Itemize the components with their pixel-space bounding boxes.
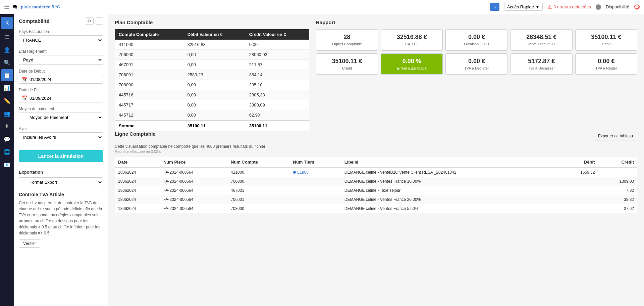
ligne-query-time: Requête effectuée en 0.02 s — [115, 149, 637, 154]
hamburger-icon[interactable]: ☰ — [4, 3, 9, 11]
debit-cell: 1559.32 — [559, 168, 598, 177]
sidebar-item-edit[interactable]: ✏️ — [1, 95, 13, 107]
settings-button[interactable]: ⚙ — [85, 17, 94, 25]
debit-cell — [559, 204, 598, 213]
plan-comptable-header-row: Compte Comptable Débit Valeur en € Crédi… — [115, 29, 309, 40]
sidebar-item-search[interactable]: 🔍 — [1, 56, 13, 69]
debit-value: 0,00 — [183, 80, 245, 90]
main-content: Plan Comptable Compte Comptable Débit Va… — [108, 14, 644, 306]
date-cell: 18062024 — [115, 186, 160, 195]
ligne-comptable-thead: Date Num Piece Num Compte Num Tiers Libe… — [115, 157, 637, 168]
export-tableau-button[interactable]: Exporter ce tableau — [594, 132, 637, 140]
etat-reglement-select[interactable]: Payé — [19, 55, 103, 65]
ligne-comptable-header: Ligne Comptable Exporter ce tableau — [115, 131, 637, 141]
rapport-card-label: Vente Produit HT — [514, 42, 570, 46]
sidebar-item-menu[interactable]: ☰ — [1, 31, 13, 43]
compte-value: 708000 — [115, 80, 183, 90]
col-num-compte: Num Compte — [227, 157, 290, 168]
minimize-button[interactable]: − — [96, 17, 103, 25]
date-cell: 18062024 — [115, 177, 160, 186]
credit-value: 211,57 — [245, 60, 309, 70]
plan-comptable-tbody: 411000 32516,88 0,00 706000 0,00 28060,9… — [115, 40, 309, 120]
verifier-button[interactable]: Vérifier — [19, 239, 40, 248]
logo-icon[interactable]: K — [1, 17, 13, 29]
rapport-card-label: Lignes Comptable — [319, 42, 375, 46]
ligne-comptable-tbody: 18062024 FA-2024-000564 411000 CL868 DEM… — [115, 168, 637, 213]
credit-value: 295,10 — [245, 80, 309, 90]
sidebar-item-globe[interactable]: 🌐 — [1, 146, 13, 158]
credit-value: 364,14 — [245, 70, 309, 80]
tiers-link[interactable]: CL868 — [297, 170, 309, 175]
rapport-card-label: Crédit — [319, 66, 375, 70]
col-debit: Débit — [559, 157, 598, 168]
exportation-section: Exportation == Format Export == — [19, 170, 103, 187]
sidebar-item-team[interactable]: 👥 — [1, 107, 13, 120]
sidebar-item-clipboard[interactable]: 📋 — [1, 69, 13, 81]
ligne-header-row: Date Num Piece Num Compte Num Tiers Libe… — [115, 157, 637, 168]
warning-icon: ⚠ — [547, 4, 552, 10]
col-num-tiers: Num Tiers — [290, 157, 341, 168]
compte-value: 445716 — [115, 90, 183, 100]
rapport-card-label: CA TTC — [384, 42, 440, 46]
home-button[interactable]: ⌂ — [490, 3, 499, 11]
debit-cell — [559, 186, 598, 195]
rapport-card: 32516.88 € CA TTC — [381, 29, 443, 51]
topbar: ☰ 🌧 pluie modérée 5 °C ⌂ Accès Rapide ▼ … — [0, 0, 644, 14]
compte-value: 706000 — [115, 50, 183, 60]
debit-value: 2583,23 — [183, 70, 245, 80]
compte-value: 445712 — [115, 110, 183, 121]
date-cell: 18062024 — [115, 195, 160, 204]
avoir-select[interactable]: Inclure les Avoirs — [19, 132, 103, 142]
debit-value: 0,00 — [183, 50, 245, 60]
table-row: 18062024 FA-2024-000564 411000 CL868 DEM… — [115, 168, 637, 177]
table-row: 18062024 FA-2024-000564 706000 DEMANGE c… — [115, 177, 637, 186]
sidebar-item-message[interactable]: 💬 — [1, 133, 13, 145]
date-fin-input[interactable] — [30, 96, 100, 101]
icon-bar: K ☰ 👤 🔍 📋 📊 ✏️ 👥 € 💬 🌐 📧 — [0, 14, 14, 306]
somme-credit: 35100.11 — [245, 120, 309, 131]
rapport-card: 5172.87 € Tva à Décaisser — [511, 53, 573, 75]
sidebar-item-chart[interactable]: 📊 — [1, 82, 13, 94]
lancer-simulation-button[interactable]: Lancer la simulation — [19, 150, 103, 162]
libelle-cell: DEMANGE celine - Taxe sejour — [341, 186, 559, 195]
debit-value: 0,00 — [183, 100, 245, 110]
sidebar-header: Comptabilité ⚙ − — [19, 17, 103, 25]
plan-comptable-tfoot: Somme 35100.11 35100.11 — [115, 120, 309, 131]
rapport-card-value: 0.00 € — [448, 58, 504, 65]
pays-facturation-select[interactable]: FRANCE — [19, 35, 103, 45]
moyen-paiement-label: Moyen de paiement — [19, 106, 103, 111]
disponibilite-button[interactable]: Disponibilité — [606, 4, 629, 9]
rapport-grid-row1: 28 Lignes Comptable 32516.88 € CA TTC 0.… — [316, 29, 637, 51]
table-row: 18062024 FA-2024-000564 708000 DEMANGE c… — [115, 204, 637, 213]
controle-tva-section: Controle TVA Article Cet outil vous perm… — [19, 192, 103, 248]
plan-comptable-title: Plan Comptable — [115, 19, 309, 25]
rapport-card: 26348.51 € Vente Produit HT — [511, 29, 573, 51]
plan-somme-row: Somme 35100.11 35100.11 — [115, 120, 309, 131]
rapport-title: Rapport — [316, 19, 637, 25]
date-cell: 18062024 — [115, 168, 160, 177]
col-libelle: Libellé — [341, 157, 559, 168]
format-export-select[interactable]: == Format Export == — [19, 177, 103, 187]
acces-rapide-button[interactable]: Accès Rapide ▼ — [504, 3, 543, 11]
moyen-paiement-group: Moyen de paiement == Moyen de Paiement =… — [19, 106, 103, 122]
power-icon[interactable]: ⏻ — [634, 3, 640, 10]
sidebar-item-currency[interactable]: € — [1, 120, 13, 132]
sidebar-title: Comptabilité — [19, 18, 49, 24]
moyen-paiement-select[interactable]: == Moyen de Paiement == — [19, 113, 103, 122]
sidebar-item-email[interactable]: 📧 — [1, 159, 13, 171]
date-debut-group: Date de Début 📅 — [19, 69, 103, 84]
debit-value: 0,00 — [183, 60, 245, 70]
rapport-card-value: 32516.88 € — [384, 34, 440, 41]
table-row: 411000 32516,88 0,00 — [115, 40, 309, 50]
credit-cell — [598, 168, 637, 177]
etat-reglement-label: Etat Reglement — [19, 49, 103, 54]
sidebar-item-user[interactable]: 👤 — [1, 44, 13, 56]
credit-value: 62,90 — [245, 110, 309, 121]
compte-value: 467001 — [115, 60, 183, 70]
debit-value: 0,00 — [183, 90, 245, 100]
num-piece-cell: FA-2024-000564 — [160, 195, 227, 204]
num-compte-cell: 411000 — [227, 168, 290, 177]
debit-value: 0,00 — [183, 110, 245, 121]
rapport-section: Rapport 28 Lignes Comptable 32516.88 € C… — [316, 19, 637, 131]
date-debut-input[interactable] — [30, 77, 100, 82]
